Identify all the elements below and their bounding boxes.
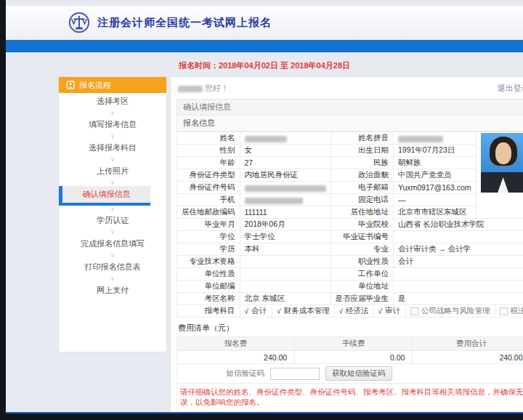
field-label: 毕业院校: [331, 219, 394, 231]
field-value: [240, 132, 331, 145]
chevron-down-icon: ∨: [59, 206, 166, 212]
field-value: 27: [240, 157, 331, 169]
field-label: 姓名拼音: [331, 132, 394, 145]
process-icon: [66, 81, 75, 89]
subject-checkbox-checked[interactable]: √会计: [240, 305, 273, 317]
logout-link[interactable]: 退出登录: [498, 83, 523, 94]
subjects-row: 报考科目√会计√财务成本管理√经济法√审计公司战略与风险管理税法: [177, 305, 523, 318]
field-label: 固定电话: [331, 194, 394, 206]
sidebar-item-1[interactable]: 填写报考信息: [59, 116, 166, 133]
field-label: 工作单位: [331, 268, 394, 280]
sidebar-item-5[interactable]: 学历认证: [59, 212, 166, 229]
field-value: 是: [394, 293, 523, 305]
subject-label: 会计: [251, 306, 267, 316]
field-value: 111111: [240, 206, 331, 219]
masked-value: [245, 136, 287, 142]
fee-column-header: 报名费: [177, 337, 295, 351]
subject-checkbox-checked[interactable]: √经济法: [335, 305, 374, 317]
sidebar-item-3[interactable]: 上传照片: [59, 163, 166, 179]
field-value: [394, 268, 523, 280]
field-value: 北京 东城区: [240, 293, 331, 305]
info-row: 考区名称北京 东城区是否应届毕业生是: [177, 293, 523, 305]
sidebar-item-8[interactable]: 网上支付: [59, 282, 166, 299]
field-label: 单位邮编: [177, 280, 240, 293]
field-label: 年龄: [177, 157, 240, 169]
subjects-label: 报考科目: [177, 305, 240, 318]
field-label: 专业: [331, 243, 394, 256]
chevron-down-icon: ∨: [59, 229, 166, 235]
field-value: 学士学位: [240, 231, 331, 243]
subject-label: 审计: [385, 306, 400, 316]
sidebar: 报名流程 选择考区∨填写报考信息∨选择报考科目∨上传照片∨确认填报信息∨学历认证…: [58, 76, 167, 352]
chevron-down-icon: ∨: [59, 252, 166, 259]
field-label: 居住地地址: [331, 206, 394, 219]
subject-label: 财务成本管理: [284, 306, 330, 316]
field-label: 政治面貌: [331, 169, 394, 182]
sidebar-item-2[interactable]: 选择报考科目: [59, 140, 166, 156]
sidebar-item-6[interactable]: 完成报名信息填写: [59, 235, 166, 252]
field-label: 身份证件号码: [177, 182, 240, 194]
field-value: [240, 194, 331, 206]
subject-checkbox-unchecked[interactable]: 公司战略与风险管理: [406, 305, 495, 317]
subjects-cell: √会计√财务成本管理√经济法√审计公司战略与风险管理税法: [240, 305, 523, 318]
info-row: 身份证件类型内地居民身份证政治面貌中国共产党党员: [177, 169, 523, 182]
sidebar-item-7[interactable]: 打印报名信息表: [59, 259, 166, 275]
field-value: [394, 280, 523, 293]
field-value: Yuxm0917@163.com: [394, 182, 477, 194]
field-value: [394, 231, 523, 243]
registration-period-notice: 报名时间：2018年04月02日 至 2018年04月28日: [6, 52, 523, 76]
masked-value: [398, 136, 443, 142]
field-value: 北京市市辖区东城区: [394, 206, 477, 219]
info-row: 性别女出生日期1991年07月23日: [177, 145, 523, 157]
field-label: 电子邮箱: [331, 182, 394, 194]
app-header: 注册会计师全国统一考试网上报名: [6, 6, 523, 40]
user-greeting: 您好！: [178, 83, 229, 94]
page-title: 注册会计师全国统一考试网上报名: [97, 16, 272, 30]
info-row: 年龄27民族朝鲜族: [177, 157, 523, 169]
subject-checkbox-checked[interactable]: √财务成本管理: [272, 305, 335, 317]
fee-value: 0.00: [295, 351, 413, 364]
field-value: [394, 132, 477, 145]
subject-checkbox-checked[interactable]: √审计: [374, 305, 407, 317]
main-nav-bar: [6, 40, 523, 52]
field-value: 中国共产党党员: [394, 169, 477, 182]
info-row: 单位邮编单位地址: [177, 280, 523, 293]
info-row: 手机固定电话—: [177, 194, 523, 206]
fee-column-header: 费用合计: [413, 337, 523, 351]
sidebar-item-4[interactable]: 确认填报信息: [59, 186, 150, 206]
check-icon: √: [378, 307, 383, 315]
info-row: 身份证件号码电子邮箱Yuxm0917@163.com: [177, 182, 523, 194]
get-sms-code-button[interactable]: 获取短信验证码: [325, 366, 392, 381]
checkbox-empty-icon: [410, 307, 418, 315]
info-section-title: 报名信息: [177, 116, 523, 132]
fee-value: 240.00: [413, 351, 523, 364]
field-label: 考区名称: [177, 293, 240, 305]
field-value: 会计: [394, 256, 523, 268]
field-value: 2018年06月: [240, 219, 331, 231]
fee-table: 报名费手续费费用合计 240.000.00240.00: [177, 336, 523, 364]
chevron-down-icon: ∨: [59, 156, 166, 163]
info-row: 专业技术资格职业性质会计: [177, 256, 523, 268]
fee-values-row: 240.000.00240.00: [177, 351, 523, 364]
sidebar-header: 报名流程: [59, 77, 166, 93]
confirmation-warning-text: 请仔细确认您的姓名、身份证件类型、身份证件号码、报考考区、报考科目等相关填报信息…: [177, 384, 523, 412]
sms-code-input[interactable]: [270, 368, 320, 380]
field-value: 山西省 长治职业技术学院: [394, 219, 523, 231]
fee-header-row: 报名费手续费费用合计: [177, 337, 523, 351]
field-label: 学位: [177, 231, 240, 243]
field-label: 学历: [177, 243, 240, 256]
sidebar-item-0[interactable]: 选择考区: [59, 93, 166, 110]
field-label: 民族: [331, 157, 394, 169]
page: 注册会计师全国统一考试网上报名 报名时间：2018年04月02日 至 2018年…: [6, 0, 523, 413]
masked-username: [178, 86, 203, 92]
field-value: [240, 256, 331, 268]
chevron-down-icon: ∨: [59, 275, 166, 282]
field-label: 居住地邮政编码: [177, 206, 240, 219]
subject-label: 公司战略与风险管理: [421, 306, 490, 316]
id-photo: [481, 133, 523, 193]
subject-checkbox-unchecked[interactable]: 税法: [495, 305, 523, 317]
field-value: 会计审计类 → 会计学: [394, 243, 523, 256]
subject-label: 税法: [511, 306, 523, 316]
info-row: 姓名姓名拼音: [177, 132, 523, 145]
field-value: [240, 280, 331, 293]
